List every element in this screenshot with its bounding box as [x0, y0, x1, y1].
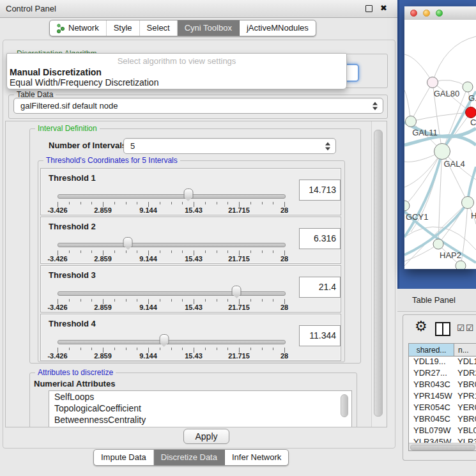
table-row[interactable]: YBR043CYBR0...: [409, 380, 476, 391]
node-gal80[interactable]: [427, 77, 438, 88]
tick-label: 28: [280, 352, 288, 360]
tick-mark: [160, 348, 160, 350]
tab-infer-network[interactable]: Infer Network: [225, 450, 288, 465]
tick-mark: [69, 348, 70, 350]
node-bottom[interactable]: [456, 261, 466, 269]
number-of-intervals-combobox[interactable]: 5: [123, 138, 336, 154]
tick-label: 21.715: [228, 255, 250, 263]
tick-label: -3.426: [47, 303, 67, 311]
minimize-traffic-light[interactable]: [423, 10, 430, 17]
table-cell[interactable]: YBR0...: [454, 380, 476, 391]
table-cell[interactable]: YPR145W: [409, 391, 454, 403]
table-cell[interactable]: YER054C: [409, 403, 454, 414]
attributes-list-scrollbar[interactable]: [341, 394, 348, 417]
table-cell[interactable]: YBR045C: [409, 414, 454, 426]
float-window-icon[interactable]: [365, 5, 372, 12]
tab-cyni-toolbox[interactable]: Cyni Toolbox: [178, 20, 240, 36]
gear-icon[interactable]: ⚙: [415, 318, 427, 335]
tab-network[interactable]: Network: [50, 20, 107, 36]
node-g[interactable]: [463, 82, 473, 92]
table-row[interactable]: YDL19...YDL1...: [409, 357, 476, 368]
slider-thumb[interactable]: [123, 237, 133, 247]
tab-select[interactable]: Select: [140, 20, 178, 36]
tick-mark: [273, 299, 273, 302]
tick-label: -3.426: [47, 206, 67, 214]
column-header-shared[interactable]: shared...: [409, 344, 454, 357]
tab-label: Style: [114, 20, 132, 36]
tab-discretize-data[interactable]: Discretize Data: [154, 450, 225, 465]
attribute-item[interactable]: TopologicalCoefficient: [49, 403, 351, 414]
threshold-slider-track[interactable]: [58, 291, 286, 296]
node-gal4[interactable]: [434, 144, 450, 160]
table-cell[interactable]: YBL0...: [454, 426, 476, 437]
node-gcy1[interactable]: [404, 201, 410, 211]
thresholds-group-title: Threshold's Coordinates for 5 Intervals: [43, 156, 180, 165]
tick-mark: [160, 299, 160, 302]
scrollbar-thumb[interactable]: [374, 130, 383, 417]
algorithm-option-equal-width[interactable]: Equal Width/Frequency Discretization: [10, 77, 344, 88]
table-cell[interactable]: YDR2...: [454, 368, 476, 380]
algorithm-option-manual[interactable]: Manual Discretization: [10, 67, 344, 77]
table-cell[interactable]: YBL079W: [409, 426, 454, 437]
apply-button[interactable]: Apply: [183, 429, 229, 444]
table-data-combobox[interactable]: galFiltered.sif default node: [13, 98, 383, 114]
tick-label: 15.43: [185, 352, 203, 360]
close-icon[interactable]: ✖: [380, 3, 387, 13]
node-hap2[interactable]: [433, 239, 443, 249]
close-traffic-light[interactable]: [410, 10, 417, 17]
tick-label: 9.144: [139, 303, 157, 311]
tick-label: 15.43: [185, 206, 203, 214]
column-layout-icon[interactable]: [435, 322, 450, 336]
table-row[interactable]: YBL079WYBL0...: [409, 426, 476, 437]
tick-mark: [217, 250, 217, 253]
slider-thumb[interactable]: [159, 334, 169, 344]
node-h[interactable]: [462, 197, 474, 209]
horizontal-scrollbar-thumb[interactable]: [410, 445, 475, 450]
threshold-value-field[interactable]: 6.316: [299, 228, 341, 249]
slider-thumb[interactable]: [232, 286, 242, 296]
network-canvas[interactable]: GAL80 G. C GAL11 GAL4 GCY1 H HAP2: [404, 20, 476, 269]
network-window-titlebar[interactable]: [404, 6, 476, 20]
table-cell[interactable]: YER0...: [454, 403, 476, 414]
tab-label: jActiveMNodules: [247, 20, 309, 36]
table-row[interactable]: YER054CYER0...: [409, 403, 476, 414]
tab-jactivemnodules[interactable]: jActiveMNodules: [240, 20, 316, 36]
horizontal-scrollbar-track[interactable]: [409, 443, 476, 450]
application-root: Control Panel ✖ Network Style Select Cyn…: [0, 0, 476, 476]
tick-mark: [171, 348, 172, 350]
attribute-item[interactable]: BetweennessCentrality: [49, 414, 351, 426]
table-row[interactable]: YPR145WYPR1...: [409, 391, 476, 403]
table-cell[interactable]: YDL1...: [454, 357, 476, 368]
threshold-slider-track[interactable]: [58, 194, 286, 199]
threshold-slider-track[interactable]: [58, 340, 286, 344]
tick-mark: [250, 299, 251, 302]
attribute-item[interactable]: SelfLoops: [49, 391, 351, 403]
table-row[interactable]: YDR27...YDR2...: [409, 368, 476, 380]
node-selected-red[interactable]: [466, 107, 476, 118]
tab-style[interactable]: Style: [107, 20, 140, 36]
tick-mark: [137, 202, 137, 204]
column-header-name[interactable]: n...: [454, 344, 476, 357]
table-cell[interactable]: YBR043C: [409, 380, 454, 391]
node-gal11[interactable]: [406, 116, 417, 127]
checkbox-icon[interactable]: ☑: [466, 323, 474, 333]
threshold-label: Threshold 2: [49, 222, 96, 231]
threshold-value-field[interactable]: 21.4: [299, 277, 341, 298]
slider-thumb[interactable]: [183, 188, 193, 199]
tick-mark: [205, 348, 206, 350]
threshold-slider-track[interactable]: [58, 243, 286, 247]
table-cell[interactable]: YDR27...: [409, 368, 454, 380]
table-cell[interactable]: YDL19...: [409, 357, 454, 368]
threshold-value-field[interactable]: 11.344: [299, 325, 341, 346]
table-row[interactable]: YBR045CYBR0...: [409, 414, 476, 426]
tick-label: 21.715: [228, 303, 250, 311]
checkbox-icon[interactable]: ☑: [457, 323, 465, 333]
threshold-value-field[interactable]: 14.713: [299, 180, 341, 201]
table-panel-title: Table Panel: [412, 295, 456, 305]
zoom-traffic-light[interactable]: [436, 10, 443, 17]
table-panel: ⚙ ☑ ☑ shared... n... YDL19...YDL1...YDR2…: [403, 314, 476, 461]
table-cell[interactable]: YPR1...: [454, 391, 476, 403]
tab-impute-data[interactable]: Impute Data: [94, 450, 154, 465]
tick-mark: [205, 202, 206, 204]
table-cell[interactable]: YBR0...: [454, 414, 476, 426]
